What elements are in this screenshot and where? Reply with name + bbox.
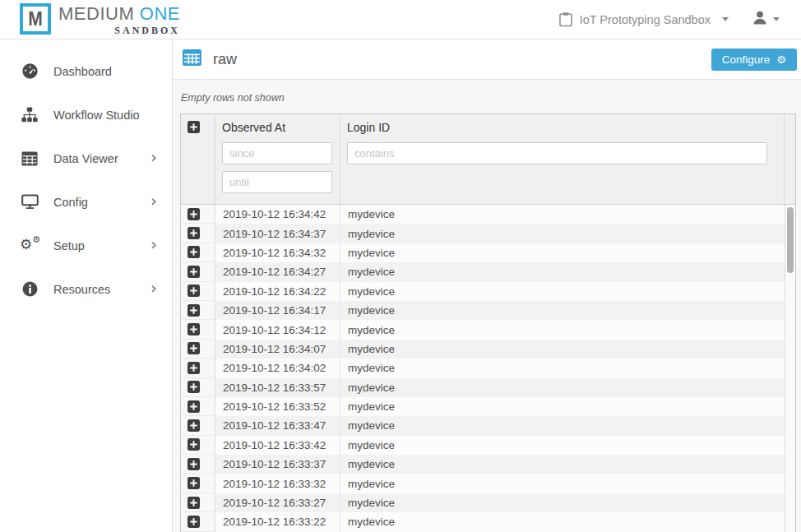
observed-at-cell: 2019-10-12 16:34:12 — [215, 320, 340, 339]
table-row: 2019-10-12 16:34:02 mydevice — [181, 359, 795, 377]
until-filter-input[interactable] — [222, 171, 332, 193]
observed-at-cell: 2019-10-12 16:34:07 — [215, 340, 340, 359]
user-menu-dropdown[interactable] — [753, 11, 780, 28]
row-expand-cell — [181, 301, 215, 320]
expand-row-button[interactable] — [188, 208, 200, 220]
observed-at-cell: 2019-10-12 16:33:32 — [215, 474, 340, 493]
expand-row-button[interactable] — [188, 362, 200, 374]
brand-logo-letter: M — [28, 9, 43, 28]
expand-all-button[interactable] — [188, 121, 200, 133]
row-expand-cell — [181, 282, 215, 301]
expand-row-button[interactable] — [188, 304, 200, 317]
chevron-right-icon: › — [150, 149, 157, 165]
row-expand-cell — [181, 455, 215, 474]
expand-row-button[interactable] — [188, 342, 200, 354]
page-title-bar: raw Configure ⚙ — [173, 39, 801, 80]
brand-logo-text: MEDIUM ONE SANDBOX — [58, 5, 180, 37]
table-row: 2019-10-12 16:33:27 mydevice — [181, 493, 795, 512]
observed-at-cell: 2019-10-12 16:34:42 — [215, 205, 340, 224]
expand-row-button[interactable] — [188, 438, 200, 451]
table-row: 2019-10-12 16:33:47 mydevice — [181, 416, 795, 435]
expand-row-button[interactable] — [188, 227, 200, 239]
configure-button[interactable]: Configure ⚙ — [711, 49, 797, 71]
sidebar-item-label: Workflow Studio — [53, 109, 140, 122]
info-icon — [20, 281, 39, 297]
expand-row-button[interactable] — [188, 497, 200, 509]
monitor-icon — [20, 194, 39, 210]
login-id-cell: mydevice — [340, 397, 785, 416]
sidebar-item-dashboard[interactable]: Dashboard — [0, 49, 172, 93]
clipboard-icon — [559, 12, 572, 27]
table-row: 2019-10-12 16:34:42 mydevice — [181, 205, 795, 224]
expand-row-button[interactable] — [188, 285, 200, 297]
row-expand-cell — [181, 359, 215, 377]
table-blue-icon — [183, 49, 201, 69]
table-row: 2019-10-12 16:33:42 mydevice — [181, 436, 795, 455]
dashboard-icon — [20, 62, 39, 80]
login-id-cell: mydevice — [340, 436, 785, 455]
data-table: Observed At Login ID — [180, 113, 796, 532]
login-id-cell: mydevice — [340, 205, 785, 224]
observed-at-cell: 2019-10-12 16:33:22 — [215, 512, 340, 531]
login-id-cell: mydevice — [340, 512, 785, 531]
sidebar-item-label: Data Viewer — [53, 152, 118, 165]
observed-at-cell: 2019-10-12 16:34:37 — [215, 224, 340, 243]
header-expand-cell — [181, 114, 215, 204]
project-selector-dropdown[interactable]: IoT Prototyping Sandbox — [559, 12, 729, 27]
table-row: 2019-10-12 16:33:52 mydevice — [181, 397, 795, 416]
expand-row-button[interactable] — [188, 400, 200, 413]
table-header: Observed At Login ID — [181, 114, 795, 205]
table-rows: 2019-10-12 16:34:42 mydevice 2019-10-12 … — [181, 205, 795, 532]
table-row: 2019-10-12 16:34:22 mydevice — [181, 282, 795, 301]
expand-row-button[interactable] — [188, 419, 200, 432]
login-id-cell: mydevice — [340, 224, 785, 243]
scrollbar-thumb[interactable] — [787, 207, 794, 273]
expand-row-button[interactable] — [188, 477, 200, 489]
expand-row-button[interactable] — [188, 516, 200, 528]
row-expand-cell — [181, 320, 215, 339]
page-title: raw — [213, 51, 237, 68]
row-expand-cell — [181, 397, 215, 416]
sidebar-item-label: Dashboard — [53, 65, 112, 78]
expand-row-button[interactable] — [188, 323, 200, 335]
sidebar-item-config[interactable]: Config › — [0, 180, 172, 224]
login-id-cell: mydevice — [340, 243, 785, 262]
gears-icon: ⚙⚙ — [20, 238, 39, 254]
sidebar-item-workflow-studio[interactable]: Workflow Studio — [0, 93, 172, 136]
contains-filter-input[interactable] — [347, 142, 767, 164]
expand-row-button[interactable] — [188, 246, 200, 258]
header-observed-at: Observed At — [215, 114, 340, 204]
row-expand-cell — [181, 512, 215, 531]
table-row: 2019-10-12 16:34:12 mydevice — [181, 320, 795, 339]
row-expand-cell — [181, 474, 215, 493]
observed-at-cell: 2019-10-12 16:33:37 — [215, 455, 340, 474]
chevron-down-icon — [722, 17, 729, 21]
table-row: 2019-10-12 16:34:32 mydevice — [181, 243, 795, 262]
brand-name-accent: ONE — [140, 3, 180, 24]
login-id-cell: mydevice — [340, 340, 785, 359]
row-expand-cell — [181, 224, 215, 243]
sidebar-item-setup[interactable]: ⚙⚙ Setup › — [0, 224, 172, 267]
topbar-right: IoT Prototyping Sandbox — [559, 11, 780, 28]
expand-row-button[interactable] — [188, 266, 200, 278]
login-id-cell: mydevice — [340, 359, 785, 377]
table-scrollbar[interactable] — [785, 205, 795, 532]
row-expand-cell — [181, 205, 215, 224]
login-id-cell: mydevice — [340, 378, 785, 397]
expand-row-button[interactable] — [188, 458, 200, 470]
brand-logo[interactable]: M MEDIUM ONE SANDBOX — [20, 2, 180, 37]
sidebar-item-resources[interactable]: Resources › — [0, 267, 172, 311]
login-id-cell: mydevice — [340, 474, 785, 493]
expand-row-button[interactable] — [188, 381, 200, 393]
table-row: 2019-10-12 16:34:07 mydevice — [181, 340, 795, 359]
brand-name-primary: MEDIUM — [58, 3, 134, 24]
sidebar-item-label: Config — [53, 196, 88, 209]
observed-at-cell: 2019-10-12 16:33:57 — [215, 378, 340, 397]
sidebar-item-data-viewer[interactable]: Data Viewer › — [0, 136, 172, 180]
since-filter-input[interactable] — [222, 142, 332, 164]
row-expand-cell — [181, 243, 215, 262]
brand-logo-icon: M — [20, 3, 51, 35]
observed-at-cell: 2019-10-12 16:34:17 — [215, 301, 340, 320]
table-row: 2019-10-12 16:33:22 mydevice — [181, 512, 795, 531]
table-icon — [20, 151, 39, 166]
